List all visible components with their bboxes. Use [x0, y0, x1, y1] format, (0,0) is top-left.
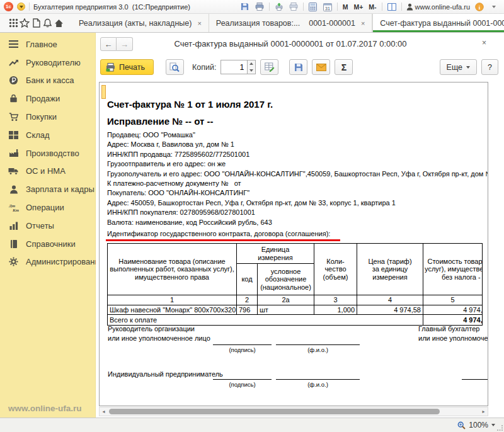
cart-icon	[8, 112, 19, 122]
more-button[interactable]: Еще	[440, 59, 477, 75]
horizontal-scrollbar[interactable]: ◂ ▸	[99, 407, 488, 416]
sidebar-item-spravochniki[interactable]: Справочники	[0, 235, 95, 253]
print-export-icon[interactable]	[274, 2, 284, 11]
sidebar-item-glavnoe[interactable]: Главное	[0, 35, 95, 54]
sidebar-item-label: Склад	[26, 130, 50, 140]
history-icon[interactable]	[30, 18, 42, 29]
sidebar-item-otchety[interactable]: Отчеты	[0, 217, 95, 235]
split-window-icon[interactable]	[387, 2, 397, 11]
signature-line	[462, 379, 488, 380]
sidebar-item-label: Зарплата и кадры	[26, 185, 94, 194]
print-preview-icon[interactable]	[289, 2, 299, 11]
copies-stepper	[220, 60, 256, 74]
tab-label: Реализация товаров:... 0001-000001	[216, 19, 355, 28]
sidebar-item-label: Продажи	[26, 94, 60, 103]
sidebar-item-proizvodstvo[interactable]: Производство	[0, 144, 95, 162]
scrollbar-thumb[interactable]	[109, 409, 440, 414]
total-value: 4 974,58	[423, 314, 483, 325]
tab-realizaciya-akty[interactable]: Реализация (акты, накладные) ×	[72, 14, 209, 32]
favorites-star-icon[interactable]	[19, 18, 30, 29]
col-number: 2а	[258, 295, 314, 305]
zoom-dropdown-icon[interactable]	[491, 424, 495, 426]
separator	[269, 3, 270, 11]
invoice-line-currency: Валюта: наименование, код Российский руб…	[107, 218, 488, 227]
sidebar-item-prodazhi[interactable]: Продажи	[0, 89, 95, 108]
current-user[interactable]: www.online-ufa.ru	[406, 3, 470, 11]
sidebar: Главное Руководителю Банк и касса Продаж…	[0, 33, 96, 418]
spin-up-icon[interactable]	[248, 60, 255, 67]
title-bar: 1с Бухгалтерия предприятия 3.0 (1С:Предп…	[0, 0, 504, 14]
sidebar-item-sklad[interactable]: Склад	[0, 126, 95, 144]
info-icon[interactable]: i	[474, 2, 484, 11]
calc-memory-button[interactable]: M	[342, 3, 349, 11]
sidebar-item-label: Производство	[26, 149, 79, 158]
scroll-left-icon[interactable]: ◂	[100, 409, 108, 414]
spin-down-icon[interactable]	[248, 67, 255, 74]
fio-caption: (ф.и.о.)	[276, 346, 360, 353]
help-button[interactable]: ?	[481, 59, 498, 75]
invoice-line-seller-address: Адрес: Москва г, Вавилова ул, дом № 1	[107, 140, 488, 149]
edit-spreadsheet-button[interactable]	[260, 59, 278, 75]
sidebar-item-operacii[interactable]: ДтКт Операции	[0, 198, 95, 217]
invoice-line-payment-doc: К платежно-расчетному документу № от	[107, 179, 488, 188]
sidebar-item-pokupki[interactable]: Покупки	[0, 108, 95, 126]
copies-spin-buttons[interactable]	[247, 60, 256, 74]
send-email-button[interactable]	[312, 59, 330, 75]
person-icon	[8, 185, 19, 195]
sidebar-item-rukovoditelyu[interactable]: Руководителю	[0, 54, 95, 72]
bag-icon	[8, 94, 19, 104]
titlebar-toolbar: 31 M M+ M- www.online-ufa.ru i	[240, 2, 499, 11]
col-header-cost: Стоимость товаров (работ, услуг), имущес…	[423, 244, 483, 295]
home-icon[interactable]	[53, 18, 64, 29]
separator	[401, 3, 402, 11]
all-functions-menu-icon[interactable]	[8, 18, 19, 29]
calendar-icon[interactable]: 31	[323, 2, 333, 11]
copies-input[interactable]	[220, 60, 247, 74]
more-button-label: Еще	[447, 63, 462, 72]
sidebar-item-label: Справочники	[26, 239, 76, 249]
signature-line	[276, 379, 360, 380]
cell-price: 4 974,58	[357, 305, 423, 314]
close-form-icon[interactable]: ×	[482, 38, 486, 47]
resize-grip[interactable]	[497, 425, 503, 431]
separator	[303, 3, 304, 11]
col-header-unit-symbol: условное обозначение (национальное)	[258, 264, 314, 295]
table-row: Шкаф навесной "Монарх" 800х700х320 796 ш…	[108, 305, 483, 314]
calc-memory-plus-button[interactable]: M+	[353, 3, 364, 11]
system-menu-button[interactable]	[17, 3, 25, 11]
scroll-right-icon[interactable]: ▸	[479, 409, 488, 414]
tab-realizaciya-tovarov[interactable]: Реализация товаров:... 0001-000001 ×	[209, 14, 372, 32]
sidebar-item-zarplata-i-kadry[interactable]: Зарплата и кадры	[0, 180, 95, 198]
svg-text:31: 31	[325, 6, 330, 10]
sign-caption: (подпись)	[213, 346, 272, 353]
invoice-line-buyer: Покупатель: ООО "ОНЛАЙН-КОНСАЛТИНГ"	[107, 188, 488, 198]
invoice-line-seller: Продавец: ООО "Ромашка"	[107, 130, 488, 140]
separator	[29, 3, 30, 11]
notifications-bell-icon[interactable]	[42, 18, 53, 29]
titlebar-more-button[interactable]	[489, 2, 499, 11]
col-header-unit-code: код	[237, 264, 258, 295]
close-tab-icon[interactable]: ×	[361, 20, 365, 27]
print-button[interactable]: Печать	[100, 59, 154, 75]
sig-head-director-2: или иное уполномоченное лицо	[108, 334, 210, 342]
app-logo-1c-icon[interactable]: 1с	[4, 2, 13, 11]
chevron-down-icon	[466, 66, 470, 69]
sidebar-item-os-i-nma[interactable]: ОС и НМА	[0, 162, 95, 181]
truck-icon	[8, 166, 19, 176]
zoom-level-label[interactable]: 100%	[469, 421, 488, 429]
calculator-icon[interactable]	[308, 2, 318, 11]
tab-schet-faktura[interactable]: Счет-фактура выданный 0001-000... ×	[372, 14, 504, 32]
print-icon[interactable]	[255, 2, 265, 11]
calc-memory-minus-button[interactable]: M-	[368, 3, 377, 11]
invoice-document[interactable]: Счет-фактура № 1 от 1 июля 2017 г. Испра…	[99, 82, 488, 406]
save-icon[interactable]	[240, 2, 250, 11]
preview-button[interactable]	[166, 59, 184, 75]
app-title: Бухгалтерия предприятия 3.0 (1С:Предприя…	[33, 3, 190, 11]
invoice-line-consignee: Грузополучатель и его адрес: ООО "ОНЛАЙН…	[107, 169, 488, 179]
sum-button[interactable]: Σ	[335, 59, 353, 75]
sidebar-item-administrirovanie[interactable]: Администрирование	[0, 253, 95, 271]
close-tab-icon[interactable]: ×	[197, 20, 201, 27]
invoice-correction: Исправление № -- от --	[107, 116, 488, 127]
sidebar-item-bank-i-kassa[interactable]: Банк и касса	[0, 72, 95, 90]
save-button[interactable]	[289, 59, 307, 75]
